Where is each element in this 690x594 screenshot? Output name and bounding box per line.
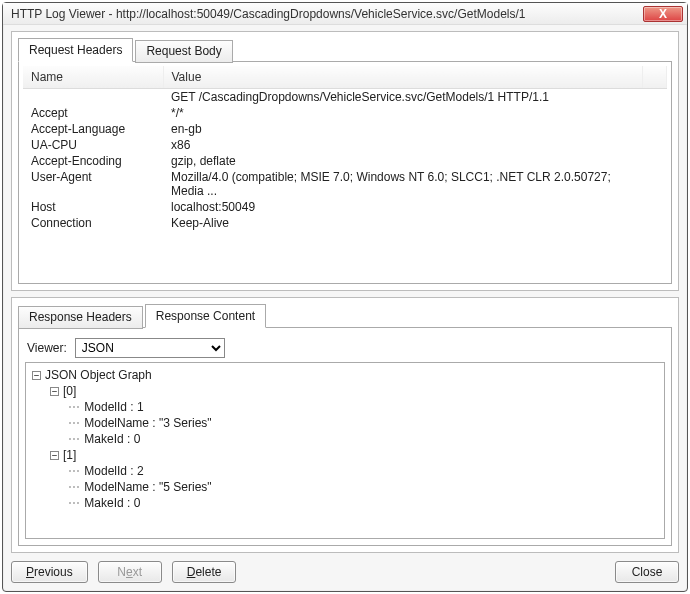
header-name-cell — [23, 89, 163, 106]
header-value-cell: gzip, deflate — [163, 153, 643, 169]
tree-label: JSON Object Graph — [45, 367, 152, 383]
header-name-cell: Accept — [23, 105, 163, 121]
tab-request-headers[interactable]: Request Headers — [18, 38, 133, 62]
tree-label: [1] — [63, 447, 76, 463]
window-title: HTTP Log Viewer - http://localhost:50049… — [11, 7, 643, 21]
response-content-page: Viewer: JSON JSON Object Graph[0]⋯ Model… — [18, 327, 672, 546]
close-button[interactable]: Close — [615, 561, 679, 583]
request-tabstrip: Request Headers Request Body — [18, 38, 672, 62]
header-name-cell: Accept-Encoding — [23, 153, 163, 169]
tree-label: ModelId : 2 — [84, 463, 143, 479]
tree-node[interactable]: ⋯ ModelId : 2 — [32, 463, 658, 479]
window-frame: HTTP Log Viewer - http://localhost:50049… — [2, 2, 688, 592]
tree-node[interactable]: [1] — [32, 447, 658, 463]
request-headers-page: Name Value GET /CascadingDropdowns/Vehic… — [18, 61, 672, 284]
table-row[interactable]: UA-CPUx86 — [23, 137, 667, 153]
viewer-select[interactable]: JSON — [75, 338, 225, 358]
header-name-cell: UA-CPU — [23, 137, 163, 153]
header-name-cell: Accept-Language — [23, 121, 163, 137]
table-row[interactable]: ConnectionKeep-Alive — [23, 215, 667, 231]
tree-node[interactable]: ⋯ MakeId : 0 — [32, 431, 658, 447]
header-value-cell: */* — [163, 105, 643, 121]
tree-label: ModelName : "3 Series" — [84, 415, 211, 431]
col-header-name[interactable]: Name — [23, 66, 163, 89]
tree-label: ModelId : 1 — [84, 399, 143, 415]
window-close-button[interactable]: X — [643, 6, 683, 22]
client-area: Request Headers Request Body Name Value … — [3, 25, 687, 591]
delete-button[interactable]: Delete — [172, 561, 237, 583]
close-icon: X — [659, 7, 667, 21]
tree-toggle-icon[interactable] — [50, 387, 59, 396]
json-tree[interactable]: JSON Object Graph[0]⋯ ModelId : 1⋯ Model… — [25, 362, 665, 539]
header-value-cell: GET /CascadingDropdowns/VehicleService.s… — [163, 89, 643, 106]
tree-node[interactable]: ⋯ ModelName : "5 Series" — [32, 479, 658, 495]
header-value-cell: localhost:50049 — [163, 199, 643, 215]
tab-response-headers[interactable]: Response Headers — [18, 306, 143, 329]
response-panel: Response Headers Response Content Viewer… — [11, 297, 679, 553]
response-tabstrip: Response Headers Response Content — [18, 304, 672, 328]
button-row: Previous Next Delete Close — [11, 559, 679, 583]
header-name-cell: Host — [23, 199, 163, 215]
tree-label: ModelName : "5 Series" — [84, 479, 211, 495]
tree-label: MakeId : 0 — [84, 431, 140, 447]
table-row[interactable]: Accept*/* — [23, 105, 667, 121]
header-value-cell: Mozilla/4.0 (compatible; MSIE 7.0; Windo… — [163, 169, 643, 199]
table-row[interactable]: User-AgentMozilla/4.0 (compatible; MSIE … — [23, 169, 667, 199]
tab-response-content[interactable]: Response Content — [145, 304, 266, 328]
tree-toggle-icon[interactable] — [32, 371, 41, 380]
header-value-cell: en-gb — [163, 121, 643, 137]
tree-node[interactable]: ⋯ ModelName : "3 Series" — [32, 415, 658, 431]
header-name-cell: User-Agent — [23, 169, 163, 199]
titlebar[interactable]: HTTP Log Viewer - http://localhost:50049… — [3, 3, 687, 25]
viewer-label: Viewer: — [27, 341, 67, 355]
request-headers-table: Name Value GET /CascadingDropdowns/Vehic… — [23, 66, 667, 231]
tree-label: MakeId : 0 — [84, 495, 140, 511]
table-row[interactable]: Accept-Encodinggzip, deflate — [23, 153, 667, 169]
tree-node[interactable]: JSON Object Graph — [32, 367, 658, 383]
previous-button[interactable]: Previous — [11, 561, 88, 583]
col-header-spacer — [643, 66, 667, 89]
next-button[interactable]: Next — [98, 561, 162, 583]
viewer-row: Viewer: JSON — [25, 334, 665, 362]
tree-label: [0] — [63, 383, 76, 399]
tree-node[interactable]: ⋯ MakeId : 0 — [32, 495, 658, 511]
col-header-value[interactable]: Value — [163, 66, 643, 89]
table-row[interactable]: Accept-Languageen-gb — [23, 121, 667, 137]
tree-node[interactable]: ⋯ ModelId : 1 — [32, 399, 658, 415]
request-panel: Request Headers Request Body Name Value … — [11, 31, 679, 291]
tree-node[interactable]: [0] — [32, 383, 658, 399]
header-name-cell: Connection — [23, 215, 163, 231]
header-value-cell: Keep-Alive — [163, 215, 643, 231]
header-value-cell: x86 — [163, 137, 643, 153]
table-row[interactable]: GET /CascadingDropdowns/VehicleService.s… — [23, 89, 667, 106]
table-row[interactable]: Hostlocalhost:50049 — [23, 199, 667, 215]
tree-toggle-icon[interactable] — [50, 451, 59, 460]
tab-request-body[interactable]: Request Body — [135, 40, 232, 63]
